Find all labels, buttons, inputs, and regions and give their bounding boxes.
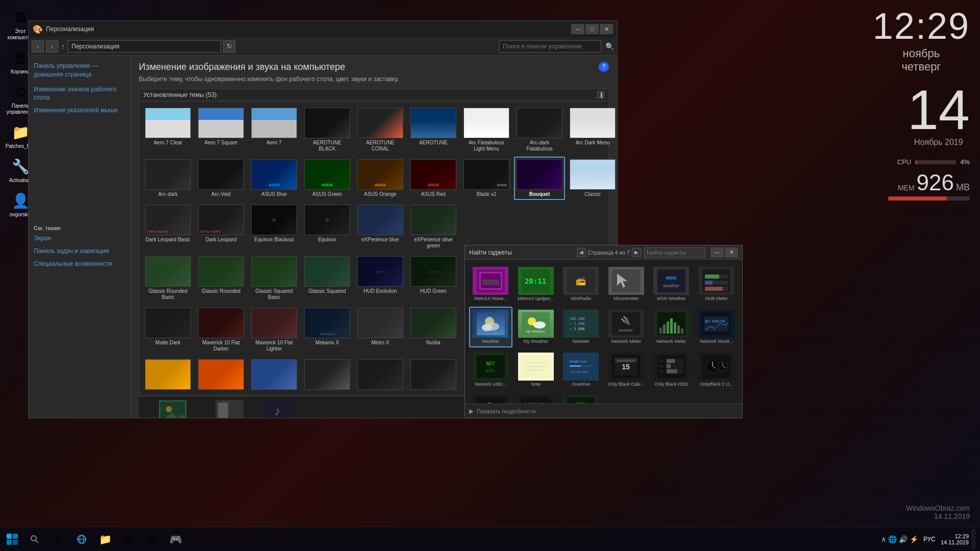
taskbar-clock[interactable]: 12:29 14.11.2019 [941,533,969,545]
gadget-miniradio[interactable]: 📻 MiniRadio [559,264,603,305]
taskbar-btn-ie[interactable] [70,528,93,550]
theme-aerotune-black[interactable]: AEROTUNE BLACK [302,105,353,155]
sidebar-link-icons[interactable]: Изменение значков рабочего стола [34,85,125,103]
theme-bottom3[interactable] [249,357,300,392]
forward-button[interactable]: › [46,40,58,53]
tray-icon-network[interactable]: 🌐 [888,535,897,543]
theme-arc-dark-menu[interactable]: Arc Dark Menu [567,105,617,155]
theme-asus-orange[interactable]: ASUS ASUS Orange [355,157,406,200]
sidebar-link-screen[interactable]: Экран [34,234,125,243]
back-button[interactable]: ‹ [32,40,44,53]
theme-mekanix[interactable]: Mekanix Mekanix X [302,305,353,355]
theme-asus-blue[interactable]: ASUS ASUS Blue [249,157,300,200]
theme-bottom2[interactable] [195,357,247,392]
gadget-netstats[interactable]: 192.168 ↑ 1.2MB ↓ 5.8MB Netstats [559,307,603,347]
tray-icon-up[interactable]: ∧ [881,535,886,543]
address-bar[interactable] [68,40,221,53]
gadgets-minimize-button[interactable]: ─ [710,247,724,258]
theme-metro-x[interactable]: Metro X [355,305,406,355]
gadget-ob-feed[interactable]: ● Feed item 1 ● Feed item 2 ● Feed item … [514,392,558,404]
theme-classic[interactable]: Classic [567,157,617,200]
theme-arc-dark[interactable]: Arc-dark [142,157,193,200]
tray-icon-volume[interactable]: 🔊 [899,535,908,543]
theme-exp-blue[interactable]: eXPerience blue [355,202,406,252]
taskbar-btn-mail[interactable]: ✉ [141,528,163,550]
bottom-sounds[interactable]: ♪ Звуки По умолчанию [260,398,295,418]
gadget-network-meter1[interactable]: 🔌 NetMeter Network Meter [605,307,648,347]
taskbar-btn-explorer[interactable]: 📁 [94,528,116,550]
theme-arc-dark-fab[interactable]: Arc-dark Flatabulous [514,105,565,155]
start-button[interactable] [0,527,24,552]
sidebar-link-taskbar[interactable]: Панель задач и навигация [34,247,125,256]
theme-mav10fl[interactable]: Maverick 10 Flat Lighter [249,305,300,355]
theme-matte-dark[interactable]: Matte Dark [142,305,193,355]
close-button[interactable]: ✕ [600,24,613,34]
theme-glassic-sq-basic[interactable]: Glassic Squared Basic [249,254,300,303]
gadgets-prev-button[interactable]: ◀ [577,248,586,257]
theme-arc-void[interactable]: Arc-Void [195,157,247,200]
theme-hud-green[interactable]: grim HUD Green [408,254,459,303]
gadget-my-weather[interactable]: My Weather My Weather [514,307,558,347]
theme-dark-leopard-basic[interactable]: DarkLeopard Dark Leopard Basic [142,202,193,252]
taskbar-search-button[interactable] [27,531,43,547]
gadget-metroui-monitor[interactable]: ⬛⬛⬛ MetroUI Мони... [469,264,512,305]
minimize-button[interactable]: ─ [571,24,584,34]
theme-bottom6[interactable] [408,357,459,392]
gadget-network-monitor[interactable]: NET MONITOR Network Monit... [695,307,739,347]
taskbar-btn-media[interactable]: 🎮 [164,528,187,550]
maximize-button[interactable]: □ [585,24,599,34]
theme-blade[interactable]: blade Blade v2 [461,157,512,200]
gadget-ob-calendar[interactable]: NOVEMBER 15 Only Black Cale... [605,349,648,390]
gadgets-search-input[interactable] [644,247,705,258]
theme-bouquet[interactable]: Bouquet [514,157,565,200]
theme-aero7sq[interactable]: Aero 7 Square [195,105,247,155]
gadget-ob-hdd[interactable]: C: ████░░░░ D: ██░░░░░░ E: █████░░░ Only… [650,349,693,390]
gadget-network-meter2[interactable]: Network Meter [650,307,693,347]
theme-asus-red[interactable]: ASUS ASUS Red [408,157,459,200]
gadget-ob2clock[interactable]: OnlyBlack 2 cl... [695,349,739,390]
theme-bottom4[interactable] [302,357,353,392]
theme-equinox-blackout[interactable]: ⚙ Equinox Blackout [249,202,300,252]
theme-equinox[interactable]: ⚙ Equinox [302,202,353,252]
search-input[interactable] [499,40,601,53]
gadgets-next-button[interactable]: ▶ [632,248,641,257]
gadget-onedrive[interactable]: OneDrive 43.3 GB used Onedrive [559,349,603,390]
theme-mav10fd[interactable]: Maverick 10 Flat Darker [195,305,247,355]
theme-aero7[interactable]: Aero 7 [249,105,300,155]
theme-nvidia[interactable]: Nvidia [408,305,459,355]
sidebar-link-accessibility[interactable]: Специальные возможности [34,260,125,268]
gadget-ob-weather[interactable]: ⛅ weather onlyBlack Weat... [469,392,512,404]
info-button[interactable]: ? [599,62,609,72]
theme-aerotune[interactable]: AEROTUNE [408,105,459,155]
gadget-note[interactable]: Note [514,349,558,390]
gadget-multi-meter[interactable]: Multi Meter [695,264,739,305]
gadget-weather[interactable]: Weather [469,307,512,347]
bottom-wallpaper[interactable]: Фон рабочего стола StreamofLight [147,398,199,418]
gadget-mousometer[interactable]: Mousometer [605,264,648,305]
taskbar-btn-store[interactable]: 🛍 [117,528,140,550]
gadget-network-utilization[interactable]: NET UTIL Network Utiliz... [469,349,512,390]
taskbar-btn-apps[interactable]: ⠿ [47,528,69,550]
theme-bottom5[interactable] [355,357,406,392]
sidebar-link-mouse[interactable]: Изменение указателей мыши [34,106,125,115]
gadget-msn-weather[interactable]: msn weather MSN Weather [650,264,693,305]
gadgets-close-button[interactable]: ✕ [725,247,738,258]
refresh-button[interactable]: ↻ [223,40,235,53]
theme-aero7clear[interactable]: Aero 7 Clear [142,105,193,155]
sidebar-link-home[interactable]: Панель управления — домашняя страница [34,62,125,79]
theme-glassic-rounded-basic[interactable]: Glassic Rounded Basic [142,254,193,303]
language-indicator[interactable]: РУС [921,535,938,544]
theme-glassic-rounded[interactable]: Glassic Rounded [195,254,247,303]
tray-icon-battery[interactable]: ⚡ [910,535,918,543]
gadget-ob-wifi[interactable]: OnlyBlackWifi [559,392,603,404]
theme-glassic-sq[interactable]: Glassic Squared [302,254,353,303]
theme-bottom1[interactable] [142,357,193,392]
theme-exp-olive[interactable]: eXPerience olive green [408,202,459,252]
bottom-color[interactable]: Цвет Другой [214,398,245,418]
show-desktop-button[interactable] [972,529,976,549]
theme-hud-evo[interactable]: grim HUD Evolution [355,254,406,303]
theme-aerotune-coral[interactable]: AEROTUNE CORAL [355,105,406,155]
theme-asus-green[interactable]: ASUS ASUS Green [302,157,353,200]
theme-arc-fab-light[interactable]: Arc Flatabulous Light Menu [461,105,512,155]
gadget-metrouiclock[interactable]: 20:11 MetroUI Цифро... [514,264,558,305]
